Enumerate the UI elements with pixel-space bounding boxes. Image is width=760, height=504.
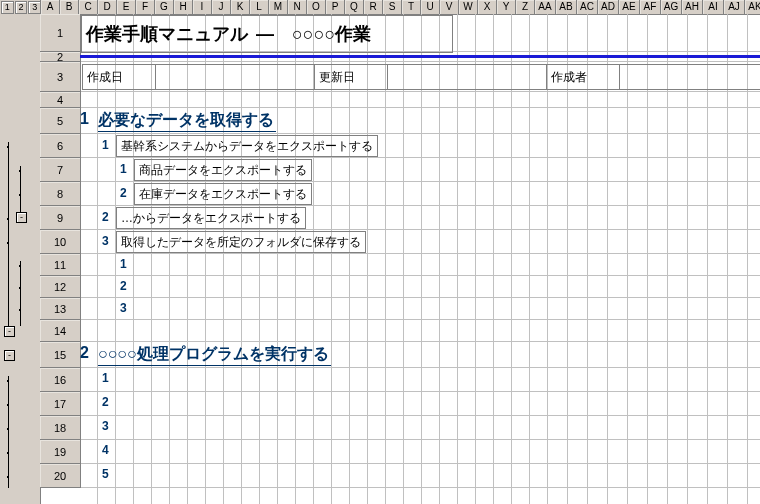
- row-8: 82在庫データをエクスポートする: [40, 182, 760, 206]
- col-header-AK[interactable]: AK: [745, 0, 760, 14]
- col-header-AJ[interactable]: AJ: [724, 0, 745, 14]
- item-number-r20: 5: [102, 467, 109, 481]
- title-main: 作業手順マニュアル: [82, 22, 252, 46]
- row-header-12[interactable]: 12: [40, 276, 81, 298]
- row-3: 3作成日更新日作成者: [40, 62, 760, 92]
- row-header-5[interactable]: 5: [40, 108, 81, 134]
- col-header-U[interactable]: U: [421, 0, 440, 14]
- row-20: 205: [40, 464, 760, 488]
- section1-title: 必要なデータを取得する: [98, 110, 276, 132]
- col-header-AH[interactable]: AH: [682, 0, 703, 14]
- item-number-r12: 2: [120, 279, 127, 293]
- col-header-AG[interactable]: AG: [661, 0, 682, 14]
- row-10: 103取得したデータを所定のフォルダに保存する: [40, 230, 760, 254]
- row-19: 194: [40, 440, 760, 464]
- col-header-Z[interactable]: Z: [516, 0, 535, 14]
- col-header-AF[interactable]: AF: [640, 0, 661, 14]
- col-header-R[interactable]: R: [364, 0, 383, 14]
- row-header-14[interactable]: 14: [40, 320, 81, 342]
- column-headers: ABCDEFGHIJKLMNOPQRSTUVWXYZAAABACADAEAFAG…: [40, 0, 760, 15]
- rows-container: 1作業手順マニュアル― ○○○○作業23作成日更新日作成者451必要なデータを取…: [40, 14, 760, 504]
- row-header-11[interactable]: 11: [40, 254, 81, 276]
- row-header-9[interactable]: 9: [40, 206, 81, 230]
- meta-label-author: 作成者: [546, 64, 619, 90]
- meta-value-updated: [387, 64, 546, 90]
- row-header-17[interactable]: 17: [40, 392, 81, 416]
- col-header-F[interactable]: F: [136, 0, 155, 14]
- col-header-AI[interactable]: AI: [703, 0, 724, 14]
- row-header-7[interactable]: 7: [40, 158, 81, 182]
- row-9: 92…からデータをエクスポートする: [40, 206, 760, 230]
- col-header-P[interactable]: P: [326, 0, 345, 14]
- col-header-AC[interactable]: AC: [577, 0, 598, 14]
- outline-level-1[interactable]: 1: [1, 1, 14, 14]
- item-number-r10: 3: [102, 234, 109, 248]
- outline-collapse-section1[interactable]: -: [4, 350, 15, 361]
- meta-value-created: [155, 64, 314, 90]
- row-12: 122: [40, 276, 760, 298]
- row-header-3[interactable]: 3: [40, 62, 81, 92]
- meta-value-author: [619, 64, 760, 90]
- item-number-r17: 2: [102, 395, 109, 409]
- title-box: 作業手順マニュアル― ○○○○作業: [81, 15, 453, 53]
- row-header-4[interactable]: 4: [40, 92, 81, 108]
- outline-collapse-group1a[interactable]: -: [16, 212, 27, 223]
- row-header-20[interactable]: 20: [40, 464, 81, 488]
- item-text-r9: …からデータをエクスポートする: [116, 207, 306, 229]
- row-header-10[interactable]: 10: [40, 230, 81, 254]
- row-2: 2: [40, 52, 760, 62]
- col-header-K[interactable]: K: [231, 0, 250, 14]
- col-header-C[interactable]: C: [79, 0, 98, 14]
- col-header-AD[interactable]: AD: [598, 0, 619, 14]
- col-header-L[interactable]: L: [250, 0, 269, 14]
- col-header-W[interactable]: W: [459, 0, 478, 14]
- row-header-18[interactable]: 18: [40, 416, 81, 440]
- col-header-J[interactable]: J: [212, 0, 231, 14]
- col-header-AB[interactable]: AB: [556, 0, 577, 14]
- col-header-V[interactable]: V: [440, 0, 459, 14]
- row-header-15[interactable]: 15: [40, 342, 81, 368]
- row-15: 152○○○○処理プログラムを実行する: [40, 342, 760, 368]
- item-number-r6: 1: [102, 138, 109, 152]
- col-header-B[interactable]: B: [60, 0, 79, 14]
- row-header-13[interactable]: 13: [40, 298, 81, 320]
- col-header-A[interactable]: A: [41, 0, 60, 14]
- item-number-r18: 3: [102, 419, 109, 433]
- row-header-2[interactable]: 2: [40, 52, 81, 62]
- col-header-T[interactable]: T: [402, 0, 421, 14]
- col-header-AE[interactable]: AE: [619, 0, 640, 14]
- col-header-E[interactable]: E: [117, 0, 136, 14]
- col-header-H[interactable]: H: [174, 0, 193, 14]
- row-13: 133: [40, 298, 760, 320]
- outline-collapse-group1[interactable]: -: [4, 326, 15, 337]
- col-header-Y[interactable]: Y: [497, 0, 516, 14]
- item-number-r9: 2: [102, 210, 109, 224]
- item-number-r16: 1: [102, 371, 109, 385]
- row-header-6[interactable]: 6: [40, 134, 81, 158]
- row-11: 111: [40, 254, 760, 276]
- row-1: 1作業手順マニュアル― ○○○○作業: [40, 14, 760, 52]
- row-7: 71商品データをエクスポートする: [40, 158, 760, 182]
- col-header-N[interactable]: N: [288, 0, 307, 14]
- row-14: 14: [40, 320, 760, 342]
- row-17: 172: [40, 392, 760, 416]
- item-text-r10: 取得したデータを所定のフォルダに保存する: [116, 231, 366, 253]
- col-header-AA[interactable]: AA: [535, 0, 556, 14]
- col-header-S[interactable]: S: [383, 0, 402, 14]
- row-header-1[interactable]: 1: [40, 14, 81, 52]
- outline-level-2[interactable]: 2: [15, 1, 28, 14]
- row-header-8[interactable]: 8: [40, 182, 81, 206]
- col-header-X[interactable]: X: [478, 0, 497, 14]
- col-header-I[interactable]: I: [193, 0, 212, 14]
- col-header-M[interactable]: M: [269, 0, 288, 14]
- col-header-G[interactable]: G: [155, 0, 174, 14]
- row-16: 161: [40, 368, 760, 392]
- item-text-r8: 在庫データをエクスポートする: [134, 183, 312, 205]
- col-header-D[interactable]: D: [98, 0, 117, 14]
- row-header-16[interactable]: 16: [40, 368, 81, 392]
- row-header-19[interactable]: 19: [40, 440, 81, 464]
- col-header-O[interactable]: O: [307, 0, 326, 14]
- row-18: 183: [40, 416, 760, 440]
- item-number-r8: 2: [120, 186, 127, 200]
- col-header-Q[interactable]: Q: [345, 0, 364, 14]
